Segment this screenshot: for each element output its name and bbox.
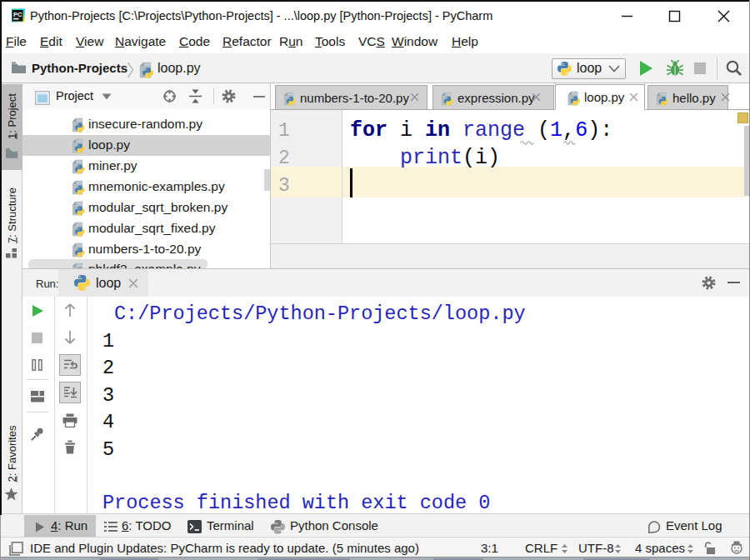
- svg-text:PC: PC: [13, 11, 22, 18]
